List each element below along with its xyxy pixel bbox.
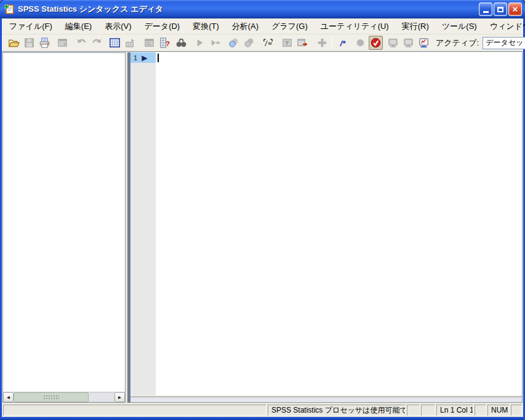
dialog-recall-icon [56, 36, 69, 49]
window-bottom-frame [0, 417, 525, 420]
dialog-red-arrow-icon [296, 36, 309, 49]
funnel-dialog-icon [281, 36, 294, 49]
insert-step-button [315, 36, 329, 50]
window-title: SPSS Statistics シンタックス エディタ [18, 4, 479, 15]
navigation-pane-body[interactable] [3, 53, 125, 392]
print-button[interactable] [38, 36, 52, 50]
goto-error-button[interactable] [295, 36, 310, 50]
editor-pane: 1 ▶ [130, 52, 523, 403]
circle-icon [354, 36, 367, 49]
folder-open-icon [7, 36, 20, 49]
titlebar[interactable]: SPSS Statistics シンタックス エディタ × [0, 0, 525, 18]
syntax-document-icon [4, 4, 15, 15]
clear-output-button [280, 36, 294, 50]
play-icon [193, 36, 206, 49]
status-message: SPSS Statistics プロセッサは使用可能です [268, 405, 406, 416]
menu-item-data[interactable]: データ(D) [140, 19, 185, 34]
select-from-current-button[interactable] [226, 36, 241, 50]
check-syntax-button[interactable] [369, 36, 383, 50]
red-check-circle-icon [369, 36, 382, 49]
redo-button [90, 36, 104, 50]
printer-icon [38, 36, 51, 49]
find-button[interactable] [174, 36, 188, 50]
circles-gray-icon [242, 36, 255, 49]
toggle-comment-button[interactable]: /* [338, 36, 352, 50]
toolbar-separator [332, 37, 332, 49]
status-keyboard-mode: NUM [487, 405, 510, 416]
menu-item-utilities[interactable]: ユーティリティ(U) [316, 19, 394, 34]
text-caret [158, 54, 159, 62]
menu-item-edit[interactable]: 編集(E) [60, 19, 97, 34]
recall-dialog-button [55, 36, 70, 50]
play-step-icon [209, 36, 222, 49]
menu-item-view[interactable]: 表示(V) [100, 19, 136, 34]
grid-question-icon: ? [158, 36, 171, 49]
menu-item-file[interactable]: ファイル(F) [4, 19, 57, 34]
circles-blue-icon [227, 36, 240, 49]
dataset-combo[interactable]: データセット0 ▼ [483, 37, 525, 49]
window-restore-all-button [401, 36, 415, 50]
monitor-gray-icon [402, 36, 415, 49]
syntax-editor-text-area[interactable] [156, 52, 522, 395]
minimize-icon [483, 11, 489, 13]
undo-arrow-icon [75, 36, 88, 49]
window-minimize-all-button [386, 36, 400, 50]
status-cell-empty-main [3, 405, 267, 416]
current-line-gutter-row: 1 ▶ [130, 52, 156, 63]
run-marker-icon: ▶ [142, 54, 147, 62]
redo-arrow-icon [90, 36, 103, 49]
minimize-button[interactable] [479, 2, 492, 16]
close-icon: × [513, 4, 518, 14]
run-selection-button [193, 36, 207, 50]
window-controls: × [479, 2, 522, 16]
toolbar: ?/=/* アクティブ: データセット0 ▼ [2, 34, 523, 52]
menu-item-transform[interactable]: 変換(T) [188, 19, 224, 34]
svg-text:/*: /* [339, 39, 346, 48]
line-number-gutter: 1 ▶ [130, 52, 156, 395]
scrollbar-thumb[interactable] [14, 392, 89, 402]
variables-button [142, 36, 156, 50]
status-cell-empty-4 [511, 405, 522, 416]
goto-case-button [123, 36, 137, 50]
scrollbar-track[interactable] [89, 392, 114, 402]
window-body: ◄ ► 1 ▶ [2, 52, 523, 403]
active-dataset-label: アクティブ: [436, 38, 479, 49]
menu-item-graphs[interactable]: グラフ(G) [267, 19, 313, 34]
floppy-disk-icon [23, 36, 36, 49]
variables-dialog-icon [143, 36, 156, 49]
data-grid-icon [108, 36, 121, 49]
open-file-button[interactable] [7, 36, 21, 50]
close-button[interactable]: × [508, 2, 522, 16]
syntax-reference-button[interactable]: /= [261, 36, 275, 50]
status-cell-empty-2 [421, 405, 435, 416]
goto-data-button[interactable] [108, 36, 122, 50]
restore-button[interactable] [494, 2, 507, 16]
breakpoint-button [353, 36, 367, 50]
menu-item-tools[interactable]: ツール(S) [437, 19, 482, 34]
binoculars-icon [175, 36, 188, 49]
navigation-horizontal-scrollbar[interactable]: ◄ ► [3, 392, 125, 402]
menu-item-run[interactable]: 実行(R) [397, 19, 434, 34]
spss-syntax-editor-window: SPSS Statistics シンタックス エディタ × ファイル(F)編集(… [0, 0, 525, 420]
monitor-gray-icon [387, 36, 399, 49]
menu-bar: ファイル(F)編集(E)表示(V)データ(D)変換(T)分析(A)グラフ(G)ユ… [2, 18, 523, 34]
designate-window-button[interactable] [417, 36, 431, 50]
line-number: 1 [134, 54, 137, 62]
status-caret-position: Ln 1 Col 1 [436, 405, 473, 416]
syntax-navigation-pane[interactable]: ◄ ► [2, 52, 126, 403]
svg-text:/=: /= [264, 39, 272, 47]
variable-info-button[interactable]: ? [158, 36, 172, 50]
menu-item-window[interactable]: ウィンドウ(W) [485, 19, 525, 34]
brackets-icon: /= [262, 36, 275, 49]
run-to-end-button [208, 36, 222, 50]
scrollbar-grip-icon [43, 395, 59, 400]
editor-horizontal-scrollbar[interactable] [130, 397, 522, 403]
undo-button [74, 36, 89, 50]
menu-item-analyze[interactable]: 分析(A) [227, 19, 263, 34]
plus-icon [316, 36, 329, 49]
save-file-button [22, 36, 36, 50]
restore-icon [497, 7, 503, 12]
svg-text:?: ? [166, 40, 170, 47]
scroll-left-button[interactable]: ◄ [3, 392, 14, 402]
scroll-right-button[interactable]: ► [114, 392, 125, 402]
